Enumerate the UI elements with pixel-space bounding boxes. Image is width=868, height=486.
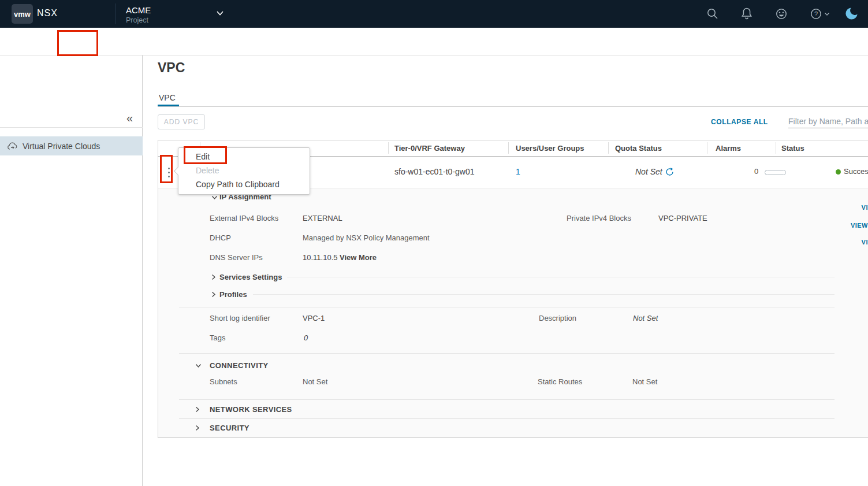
top-navigation-bar: vmw NSX ACME Project ? [0,0,868,28]
bell-icon[interactable] [740,7,753,20]
connectivity-chevron-down-icon[interactable] [195,363,202,368]
section-profiles[interactable]: Profiles [219,290,247,299]
view-link-truncated-2[interactable]: VIEW [851,222,868,229]
view-link-truncated-1[interactable]: VI [862,204,868,211]
divider [158,106,868,107]
tags-label: Tags [210,333,225,342]
menu-item-delete: Delete [196,166,219,175]
private-ipv4-label: Private IPv4 Blocks [567,214,631,222]
row-detail-panel [158,188,868,437]
short-log-label: Short log identifier [210,314,270,322]
static-routes-value: Not Set [632,377,657,386]
add-vpc-button[interactable]: ADD VPC [158,114,205,129]
column-separator [776,142,776,154]
column-header-status[interactable]: Status [781,144,804,153]
divider [158,140,868,140]
network-services-chevron-right-icon[interactable] [195,406,200,413]
cell-status: Success [844,167,868,176]
divider [0,127,143,128]
view-more-link[interactable]: View More [340,253,377,262]
row-context-menu: Edit Delete Copy Path to Clipboard [178,147,310,195]
short-log-value: VPC-1 [303,314,325,322]
section-security[interactable]: SECURITY [210,424,249,432]
filter-input[interactable] [788,114,868,128]
sidebar-item-label: Virtual Private Clouds [23,142,100,151]
divider [179,353,835,354]
moon-icon[interactable] [844,6,859,21]
ip-assignment-chevron-down-icon[interactable] [211,195,218,200]
page-title: VPC [158,60,185,76]
description-value: Not Set [633,314,658,322]
subnets-value: Not Set [303,377,327,386]
project-chevron-down-icon[interactable] [216,10,224,16]
project-type-label: Project [126,16,148,24]
dhcp-label: DHCP [210,233,231,242]
sidebar-item-virtual-private-clouds[interactable]: Virtual Private Clouds [0,136,143,155]
column-separator [608,142,609,154]
cell-alarms-count: 0 [754,167,758,176]
project-name[interactable]: ACME [126,5,151,15]
divider [287,277,835,277]
cell-tier0-gateway: sfo-w01-ec01-t0-gw01 [394,167,475,176]
column-header-users[interactable]: Users/User Groups [516,144,584,153]
product-name: NSX [37,8,58,18]
svg-text:?: ? [814,10,818,17]
smiley-icon[interactable] [775,8,788,20]
alarms-progress-pill [765,170,786,175]
sidebar: « Virtual Private Clouds [0,55,143,486]
status-dot [836,169,841,175]
description-label: Description [539,314,576,322]
external-ipv4-label: External IPv4 Blocks [210,214,278,222]
collapse-all-button[interactable]: COLLAPSE ALL [711,118,768,126]
profiles-chevron-right-icon[interactable] [211,291,216,298]
divider [179,399,835,400]
column-header-quota[interactable]: Quota Status [615,144,662,153]
view-link-truncated-3[interactable]: VI [862,239,868,246]
divider [158,437,868,438]
external-ipv4-link[interactable]: EXTERNAL [303,214,342,222]
divider [253,294,835,295]
section-network-services[interactable]: NETWORK SERVICES [210,405,292,414]
cloud-icon [7,142,18,150]
cell-users-link[interactable]: 1 [516,167,520,176]
column-separator [388,142,389,154]
search-icon[interactable] [706,8,719,20]
security-chevron-right-icon[interactable] [195,425,200,431]
column-header-tier0[interactable]: Tier-0/VRF Gateway [394,144,465,153]
tab-vpc-inner[interactable]: VPC [159,93,176,102]
divider [179,418,835,419]
dns-server-label: DNS Server IPs [210,253,263,262]
help-chevron-down-icon[interactable] [824,12,830,16]
column-separator [508,142,509,154]
sidebar-collapse-icon[interactable]: « [126,112,133,125]
dhcp-value: Managed by NSX Policy Management [303,233,430,242]
column-separator [707,142,707,154]
tags-value: 0 [304,333,308,342]
vmware-logo[interactable]: vmw [12,4,33,24]
private-ipv4-link[interactable]: VPC-PRIVATE [658,214,707,222]
refresh-icon[interactable] [665,168,674,176]
section-services-settings[interactable]: Services Settings [219,273,282,281]
help-icon[interactable]: ? [810,8,822,20]
cell-quota-status: Not Set [635,167,662,176]
static-routes-label: Static Routes [538,377,582,386]
column-header-alarms[interactable]: Alarms [716,144,741,153]
divider [116,3,116,24]
subnets-label: Subnets [210,377,237,386]
section-connectivity[interactable]: CONNECTIVITY [210,361,269,370]
main-tab-bar: Home VPCs Inventory [0,28,868,55]
divider [179,307,835,307]
row-kebab-menu-icon[interactable] [164,165,173,180]
vmware-logo-text: vmw [14,10,31,18]
dns-server-value: 10.11.10.5 [303,253,337,262]
menu-item-copy-path[interactable]: Copy Path to Clipboard [196,180,280,189]
menu-item-edit[interactable]: Edit [196,152,210,161]
services-settings-chevron-right-icon[interactable] [211,274,216,280]
